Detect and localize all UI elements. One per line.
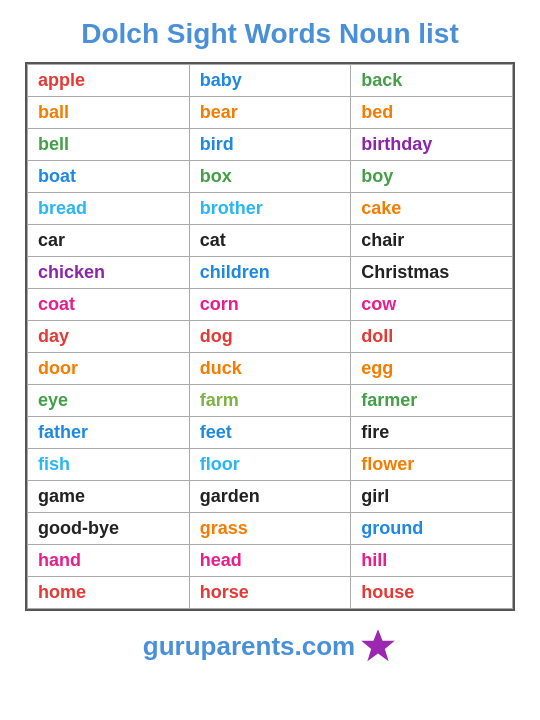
word-cell: floor (189, 449, 351, 481)
word-cell: cake (351, 193, 513, 225)
word-cell: house (351, 577, 513, 609)
table-row: fatherfeetfire (28, 417, 513, 449)
word-cell: apple (28, 65, 190, 97)
word-cell: fish (28, 449, 190, 481)
word-cell: flower (351, 449, 513, 481)
footer-text: guruparents.com (143, 631, 355, 662)
word-cell: garden (189, 481, 351, 513)
word-cell: bread (28, 193, 190, 225)
word-cell: grass (189, 513, 351, 545)
word-cell: ball (28, 97, 190, 129)
svg-marker-0 (361, 629, 394, 661)
word-cell: brother (189, 193, 351, 225)
table-row: eyefarmfarmer (28, 385, 513, 417)
word-cell: home (28, 577, 190, 609)
word-table: applebabybackballbearbedbellbirdbirthday… (27, 64, 513, 609)
word-cell: hill (351, 545, 513, 577)
word-cell: boy (351, 161, 513, 193)
page-title: Dolch Sight Words Noun list (71, 0, 468, 62)
word-cell: eye (28, 385, 190, 417)
word-cell: cat (189, 225, 351, 257)
word-cell: doll (351, 321, 513, 353)
word-cell: good-bye (28, 513, 190, 545)
word-cell: box (189, 161, 351, 193)
word-cell: bird (189, 129, 351, 161)
word-cell: day (28, 321, 190, 353)
word-cell: game (28, 481, 190, 513)
word-cell: farm (189, 385, 351, 417)
word-cell: bell (28, 129, 190, 161)
word-cell: Christmas (351, 257, 513, 289)
star-icon (359, 627, 397, 665)
table-row: chickenchildrenChristmas (28, 257, 513, 289)
table-row: handheadhill (28, 545, 513, 577)
word-cell: bed (351, 97, 513, 129)
word-cell: bear (189, 97, 351, 129)
table-row: carcatchair (28, 225, 513, 257)
table-row: good-byegrassground (28, 513, 513, 545)
table-row: fishfloorflower (28, 449, 513, 481)
word-cell: boat (28, 161, 190, 193)
word-cell: back (351, 65, 513, 97)
table-row: ballbearbed (28, 97, 513, 129)
word-cell: horse (189, 577, 351, 609)
word-table-container: applebabybackballbearbedbellbirdbirthday… (25, 62, 515, 611)
word-cell: farmer (351, 385, 513, 417)
word-cell: egg (351, 353, 513, 385)
word-cell: feet (189, 417, 351, 449)
word-cell: duck (189, 353, 351, 385)
word-cell: cow (351, 289, 513, 321)
word-cell: corn (189, 289, 351, 321)
word-cell: girl (351, 481, 513, 513)
table-row: doorduckegg (28, 353, 513, 385)
word-cell: chair (351, 225, 513, 257)
footer: guruparents.com (143, 627, 397, 665)
table-row: applebabyback (28, 65, 513, 97)
word-cell: chicken (28, 257, 190, 289)
word-cell: ground (351, 513, 513, 545)
table-row: gamegardengirl (28, 481, 513, 513)
word-cell: car (28, 225, 190, 257)
word-cell: baby (189, 65, 351, 97)
word-cell: father (28, 417, 190, 449)
word-cell: dog (189, 321, 351, 353)
word-cell: coat (28, 289, 190, 321)
word-cell: hand (28, 545, 190, 577)
table-row: daydogdoll (28, 321, 513, 353)
word-cell: birthday (351, 129, 513, 161)
word-cell: door (28, 353, 190, 385)
table-row: breadbrothercake (28, 193, 513, 225)
table-row: boatboxboy (28, 161, 513, 193)
word-cell: children (189, 257, 351, 289)
word-cell: head (189, 545, 351, 577)
word-cell: fire (351, 417, 513, 449)
table-row: homehorsehouse (28, 577, 513, 609)
table-row: bellbirdbirthday (28, 129, 513, 161)
table-row: coatcorncow (28, 289, 513, 321)
